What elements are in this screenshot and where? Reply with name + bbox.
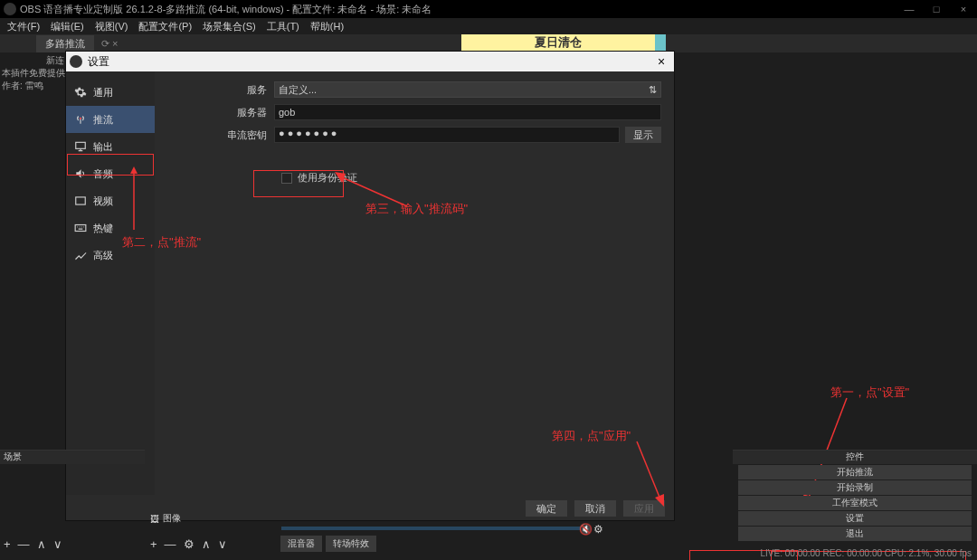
svg-point-0 bbox=[80, 118, 81, 119]
sidebar-item-label: 热键 bbox=[93, 222, 113, 235]
menu-scene-collection[interactable]: 场景集合(S) bbox=[197, 20, 261, 33]
settings-dialog: 设置 × 通用 推流 输出 音频 视频 bbox=[65, 51, 675, 521]
dialog-titlebar: 设置 × bbox=[66, 52, 674, 71]
sidebar-item-label: 通用 bbox=[93, 86, 113, 100]
source-item-image[interactable]: 🖼 图像 bbox=[150, 512, 181, 525]
mute-icon[interactable]: 🔇 bbox=[579, 523, 593, 536]
window-title: OBS 语音播专业定制版 26.1.2-8-多路推流 (64-bit, wind… bbox=[20, 3, 896, 16]
remove-scene-button[interactable]: — bbox=[18, 537, 30, 551]
controls-panel: 控件 开始推流 开始录制 工作室模式 设置 退出 bbox=[733, 450, 977, 542]
menu-tools[interactable]: 工具(T) bbox=[261, 20, 305, 33]
maximize-button[interactable]: □ bbox=[923, 0, 950, 18]
plugin-note: 新连 本插件免费提供, 作者: 雷鸣 bbox=[2, 54, 68, 92]
service-select[interactable]: 自定义... ⇅ bbox=[274, 81, 661, 98]
apply-button[interactable]: 应用 bbox=[623, 500, 665, 517]
add-source-button[interactable]: + bbox=[150, 537, 157, 551]
settings-sidebar: 通用 推流 输出 音频 视频 热键 bbox=[66, 71, 155, 495]
gear-icon bbox=[73, 85, 88, 100]
show-key-button[interactable]: 显示 bbox=[625, 127, 661, 143]
move-up-button[interactable]: ∧ bbox=[37, 537, 46, 551]
dock-tab-controls[interactable]: ⟳ × bbox=[98, 38, 121, 50]
auth-checkbox-row[interactable]: 使用身份验证 bbox=[281, 171, 661, 185]
service-label: 服务 bbox=[167, 83, 274, 97]
ad-banner: 夏日清仓 bbox=[461, 34, 655, 51]
annotation-step1: 第一，点"设置" bbox=[830, 384, 909, 401]
sidebar-item-label: 视频 bbox=[93, 195, 113, 208]
sidebar-item-audio[interactable]: 音频 bbox=[66, 160, 155, 187]
studio-mode-button[interactable]: 工作室模式 bbox=[738, 496, 972, 510]
sidebar-item-output[interactable]: 输出 bbox=[66, 133, 155, 160]
start-recording-button[interactable]: 开始录制 bbox=[738, 480, 972, 495]
auth-label: 使用身份验证 bbox=[298, 171, 357, 185]
settings-button[interactable]: 设置 bbox=[738, 511, 972, 526]
menu-profile[interactable]: 配置文件(P) bbox=[133, 20, 197, 33]
sidebar-item-label: 推流 bbox=[93, 113, 113, 127]
sidebar-item-label: 高级 bbox=[93, 249, 113, 262]
scenes-panel-header: 场景 bbox=[0, 450, 145, 464]
add-scene-button[interactable]: + bbox=[4, 537, 11, 551]
server-label: 服务器 bbox=[167, 106, 274, 119]
sidebar-item-advanced[interactable]: 高级 bbox=[66, 242, 155, 269]
menu-file[interactable]: 文件(F) bbox=[2, 20, 45, 33]
source-down-button[interactable]: ∨ bbox=[218, 537, 227, 551]
sidebar-item-general[interactable]: 通用 bbox=[66, 79, 155, 106]
dialog-title: 设置 bbox=[88, 54, 652, 70]
sidebar-item-stream[interactable]: 推流 bbox=[66, 106, 155, 133]
mixer-tabs: 混音器 转场特效 bbox=[280, 536, 376, 552]
minimize-button[interactable]: — bbox=[896, 0, 923, 18]
close-button[interactable]: × bbox=[950, 0, 977, 18]
window-titlebar: OBS 语音播专业定制版 26.1.2-8-多路推流 (64-bit, wind… bbox=[0, 0, 977, 18]
app-icon bbox=[4, 3, 16, 15]
speaker-icon bbox=[73, 166, 88, 181]
settings-content: 服务 自定义... ⇅ 服务器 串流密钥 ●●●●●●● 显示 使用身份验证 bbox=[155, 71, 674, 495]
scenes-toolbar: + — ∧ ∨ bbox=[4, 536, 62, 552]
exit-button[interactable]: 退出 bbox=[738, 527, 972, 541]
dock-tab-multistream[interactable]: 多路推流 bbox=[36, 35, 94, 52]
svg-rect-1 bbox=[76, 142, 86, 148]
svg-rect-3 bbox=[75, 225, 86, 232]
menu-edit[interactable]: 编辑(E) bbox=[45, 20, 90, 33]
svg-rect-2 bbox=[76, 197, 86, 204]
start-streaming-button[interactable]: 开始推流 bbox=[738, 465, 972, 479]
dialog-icon bbox=[70, 55, 82, 68]
tab-mixer[interactable]: 混音器 bbox=[280, 536, 322, 552]
source-up-button[interactable]: ∧ bbox=[202, 537, 211, 551]
status-bar: LIVE: 00:00:00 REC: 00:00:00 CPU: 2.1%, … bbox=[761, 548, 972, 558]
dialog-close-button[interactable]: × bbox=[652, 54, 670, 69]
move-down-button[interactable]: ∨ bbox=[53, 537, 62, 551]
sidebar-item-label: 音频 bbox=[93, 167, 113, 181]
stream-key-input[interactable]: ●●●●●●● bbox=[274, 127, 620, 143]
keyboard-icon bbox=[73, 221, 88, 235]
stream-key-label: 串流密钥 bbox=[167, 128, 274, 142]
ad-banner-stripe bbox=[655, 34, 666, 51]
sidebar-item-video[interactable]: 视频 bbox=[66, 187, 155, 214]
cancel-button[interactable]: 取消 bbox=[574, 500, 616, 517]
ok-button[interactable]: 确定 bbox=[526, 500, 567, 517]
remove-source-button[interactable]: — bbox=[165, 537, 176, 551]
sources-toolbar: + — ⚙ ∧ ∨ bbox=[150, 536, 227, 552]
tools-icon bbox=[73, 248, 88, 262]
image-icon: 🖼 bbox=[150, 514, 159, 524]
controls-header: 控件 bbox=[733, 450, 977, 464]
menu-help[interactable]: 帮助(H) bbox=[305, 20, 349, 33]
server-input[interactable] bbox=[274, 104, 661, 120]
audio-gear-icon[interactable]: ⚙ bbox=[593, 523, 603, 536]
tab-transitions[interactable]: 转场特效 bbox=[326, 536, 376, 552]
sidebar-item-label: 输出 bbox=[93, 140, 113, 154]
video-icon bbox=[73, 194, 88, 208]
chevron-updown-icon: ⇅ bbox=[649, 84, 657, 96]
menu-view[interactable]: 视图(V) bbox=[90, 20, 134, 33]
source-settings-button[interactable]: ⚙ bbox=[184, 537, 194, 551]
auth-checkbox[interactable] bbox=[281, 173, 292, 184]
broadcast-icon bbox=[73, 112, 88, 127]
menubar: 文件(F) 编辑(E) 视图(V) 配置文件(P) 场景集合(S) 工具(T) … bbox=[0, 18, 977, 34]
monitor-icon bbox=[73, 139, 88, 154]
sidebar-item-hotkeys[interactable]: 热键 bbox=[66, 214, 155, 242]
audio-level-meter bbox=[281, 527, 589, 530]
